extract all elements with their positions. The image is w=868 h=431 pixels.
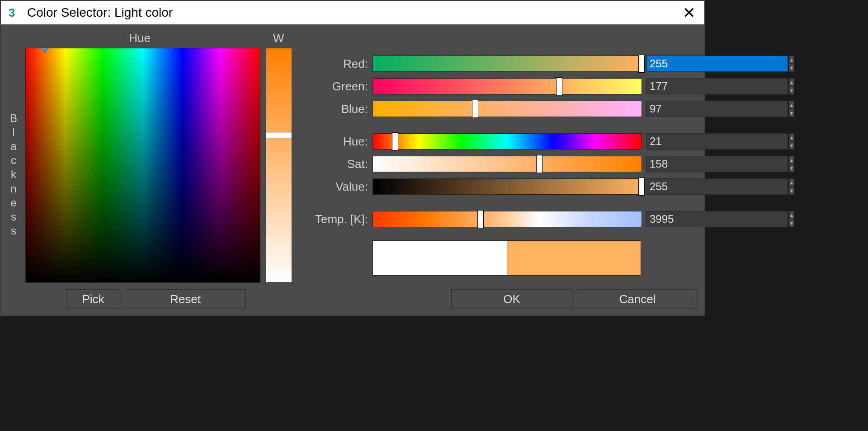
slider-row-red: Red: ▲▼ <box>297 54 698 73</box>
blackness-label: Blackness <box>7 48 20 283</box>
hue-input[interactable] <box>646 133 788 150</box>
hue-spinner: ▲▼ <box>646 133 698 150</box>
red-input[interactable] <box>646 56 788 72</box>
ok-button[interactable]: OK <box>451 289 572 309</box>
color-selector-window: 3 Color Selector: Light color ✕ Hue W Bl… <box>0 0 705 316</box>
temp-spinner: ▲▼ <box>646 211 698 227</box>
slider-handle[interactable] <box>536 155 542 173</box>
window-title: Color Selector: Light color <box>27 5 677 20</box>
cancel-button[interactable]: Cancel <box>577 289 698 309</box>
spinner-down-icon[interactable]: ▼ <box>789 86 794 94</box>
blue-input[interactable] <box>646 101 788 117</box>
temp-label: Temp. [K]: <box>297 212 368 226</box>
green-slider[interactable] <box>373 78 642 94</box>
blue-spinner: ▲▼ <box>646 101 698 117</box>
sat-input[interactable] <box>646 156 788 172</box>
whiteness-handle[interactable] <box>266 132 292 138</box>
main-row: Hue W Blackness <box>7 29 698 283</box>
whiteness-slider[interactable] <box>266 48 292 283</box>
red-slider[interactable] <box>373 56 642 72</box>
hue-slider[interactable] <box>373 133 642 150</box>
red-label: Red: <box>297 57 368 71</box>
old-color-swatch[interactable] <box>373 241 507 275</box>
slider-row-temp: Temp. [K]: ▲▼ <box>297 210 698 229</box>
hue-blackness-field[interactable] <box>25 48 260 283</box>
sat-label: Sat: <box>297 157 368 171</box>
spinner-down-icon[interactable]: ▼ <box>789 64 794 72</box>
new-color-swatch[interactable] <box>507 241 641 275</box>
spinner-down-icon[interactable]: ▼ <box>789 187 794 195</box>
slider-row-blue: Blue: ▲▼ <box>297 99 698 118</box>
temp-input[interactable] <box>646 211 788 227</box>
right-panel: Red: ▲▼ Green: ▲▼ <box>297 29 698 283</box>
spinner-up-icon[interactable]: ▲ <box>789 211 794 219</box>
spinner-down-icon[interactable]: ▼ <box>789 164 794 172</box>
slider-handle[interactable] <box>477 210 484 228</box>
svg-marker-0 <box>42 48 48 52</box>
left-panel: Hue W Blackness <box>7 29 292 283</box>
slider-handle[interactable] <box>472 100 478 118</box>
green-spinner: ▲▼ <box>646 78 698 94</box>
blue-slider[interactable] <box>373 101 642 117</box>
slider-row-sat: Sat: ▲▼ <box>297 155 698 173</box>
hue-label: Hue: <box>297 135 368 149</box>
slider-row-value: Value: ▲▼ <box>297 177 698 196</box>
spinner-up-icon[interactable]: ▲ <box>789 178 794 187</box>
slider-row-green: Green: ▲▼ <box>297 77 698 96</box>
slider-row-hue: Hue: ▲▼ <box>297 132 698 151</box>
temp-slider[interactable] <box>373 211 642 227</box>
dialog-body: Hue W Blackness <box>1 24 704 315</box>
value-spinner: ▲▼ <box>646 178 698 195</box>
spinner-down-icon[interactable]: ▼ <box>789 141 794 150</box>
spinner-up-icon[interactable]: ▲ <box>789 133 794 141</box>
color-swatch-compare <box>373 240 641 276</box>
bottom-buttons: Pick Reset OK Cancel <box>7 289 698 309</box>
value-slider[interactable] <box>373 178 642 195</box>
hue-field-label: Hue <box>20 31 259 45</box>
sat-slider[interactable] <box>373 156 642 172</box>
slider-handle[interactable] <box>638 55 645 73</box>
spinner-down-icon[interactable]: ▼ <box>789 109 794 117</box>
reset-button[interactable]: Reset <box>125 289 246 309</box>
pick-button[interactable]: Pick <box>66 289 120 309</box>
slider-handle[interactable] <box>392 132 398 150</box>
spinner-down-icon[interactable]: ▼ <box>789 219 794 227</box>
spinner-up-icon[interactable]: ▲ <box>789 156 794 164</box>
spinner-up-icon[interactable]: ▲ <box>789 101 794 109</box>
titlebar[interactable]: 3 Color Selector: Light color ✕ <box>1 1 704 24</box>
slider-handle[interactable] <box>638 178 645 196</box>
green-label: Green: <box>297 80 368 94</box>
app-icon: 3 <box>5 5 19 20</box>
close-icon[interactable]: ✕ <box>677 4 701 22</box>
red-spinner: ▲▼ <box>646 56 698 72</box>
green-input[interactable] <box>646 78 788 94</box>
blue-label: Blue: <box>297 102 368 116</box>
value-input[interactable] <box>646 178 788 195</box>
spinner-up-icon[interactable]: ▲ <box>789 78 794 86</box>
spinner-up-icon[interactable]: ▲ <box>789 56 794 64</box>
value-label: Value: <box>297 180 368 194</box>
hue-field-indicator-icon[interactable] <box>41 47 49 53</box>
slider-handle[interactable] <box>556 77 562 95</box>
sat-spinner: ▲▼ <box>646 156 698 172</box>
whiteness-label: W <box>265 31 292 45</box>
